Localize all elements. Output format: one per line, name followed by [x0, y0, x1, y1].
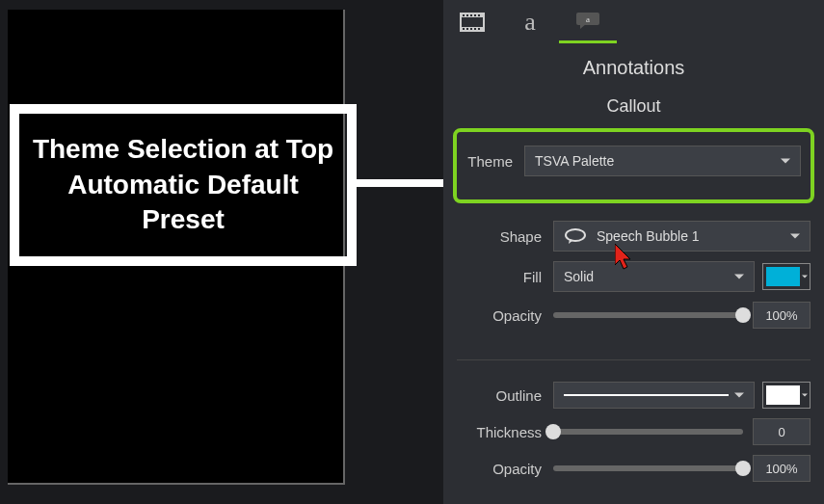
shape-label: Shape [457, 228, 553, 245]
canvas-area[interactable]: Theme Selection at Top Automatic Default… [0, 0, 439, 504]
svg-rect-13 [474, 28, 476, 30]
fill-opacity-slider[interactable] [553, 312, 743, 318]
outline-label: Outline [457, 387, 553, 404]
tab-media[interactable] [443, 0, 501, 43]
fill-label: Fill [457, 269, 553, 285]
theme-dropdown[interactable]: TSVA Palette [524, 146, 801, 176]
chevron-down-icon [802, 394, 808, 397]
chevron-down-icon [802, 276, 808, 279]
slider-thumb[interactable] [735, 461, 751, 476]
svg-rect-5 [463, 14, 465, 16]
outline-color-preview [766, 385, 800, 405]
thickness-label: Thickness [457, 424, 553, 440]
slider-thumb[interactable] [735, 307, 751, 323]
shape-dropdown-value: Speech Bubble 1 [597, 228, 700, 244]
svg-text:a: a [586, 14, 590, 24]
fill-color-preview [766, 267, 800, 286]
callout-annotation[interactable]: Theme Selection at Top Automatic Default… [10, 104, 357, 266]
divider [457, 359, 811, 360]
callout-text: Theme Selection at Top Automatic Default… [19, 122, 347, 247]
theme-dropdown-value: TSVA Palette [535, 153, 614, 169]
theme-label: Theme [466, 153, 524, 170]
fill-dropdown-value: Solid [564, 269, 594, 284]
letter-a-icon: a [524, 8, 536, 37]
svg-rect-11 [466, 28, 468, 30]
chevron-down-icon [734, 393, 744, 398]
svg-rect-9 [478, 14, 480, 16]
thickness-value[interactable]: 0 [753, 418, 811, 445]
svg-marker-16 [580, 24, 586, 29]
fill-color-swatch[interactable] [762, 263, 811, 290]
filmstrip-icon [460, 13, 485, 32]
properties-panel: a a Annotations Callout Theme TSVA Palet… [443, 0, 824, 504]
chevron-down-icon [781, 159, 790, 164]
tab-annotations[interactable]: a [559, 0, 617, 43]
svg-rect-14 [478, 28, 480, 30]
callout-icon: a [574, 11, 601, 30]
outline-opacity-slider[interactable] [553, 465, 743, 471]
speech-bubble-icon [564, 227, 587, 245]
theme-highlight-box: Theme TSVA Palette [453, 128, 814, 203]
svg-point-18 [566, 229, 585, 241]
panel-heading: Annotations [443, 43, 824, 89]
svg-rect-12 [470, 28, 472, 30]
svg-rect-6 [466, 14, 468, 16]
svg-rect-7 [470, 14, 472, 16]
chevron-down-icon [734, 275, 744, 279]
panel-subheading: Callout [443, 89, 824, 128]
fill-opacity-value[interactable]: 100% [753, 302, 811, 329]
fill-opacity-label: Opacity [457, 307, 553, 324]
outline-style-dropdown[interactable] [553, 382, 755, 409]
tab-bar: a a [443, 0, 824, 43]
fill-dropdown[interactable]: Solid [553, 261, 755, 292]
outline-opacity-value[interactable]: 100% [753, 455, 811, 482]
shape-dropdown[interactable]: Speech Bubble 1 [553, 221, 811, 252]
chevron-down-icon [790, 234, 800, 239]
outline-opacity-label: Opacity [457, 461, 553, 477]
outline-color-swatch[interactable] [762, 382, 811, 409]
svg-rect-10 [463, 28, 465, 30]
slider-thumb[interactable] [545, 424, 561, 439]
line-preview-icon [564, 394, 729, 396]
svg-rect-8 [474, 14, 476, 16]
thickness-slider[interactable] [553, 429, 743, 435]
tab-text[interactable]: a [501, 0, 559, 43]
